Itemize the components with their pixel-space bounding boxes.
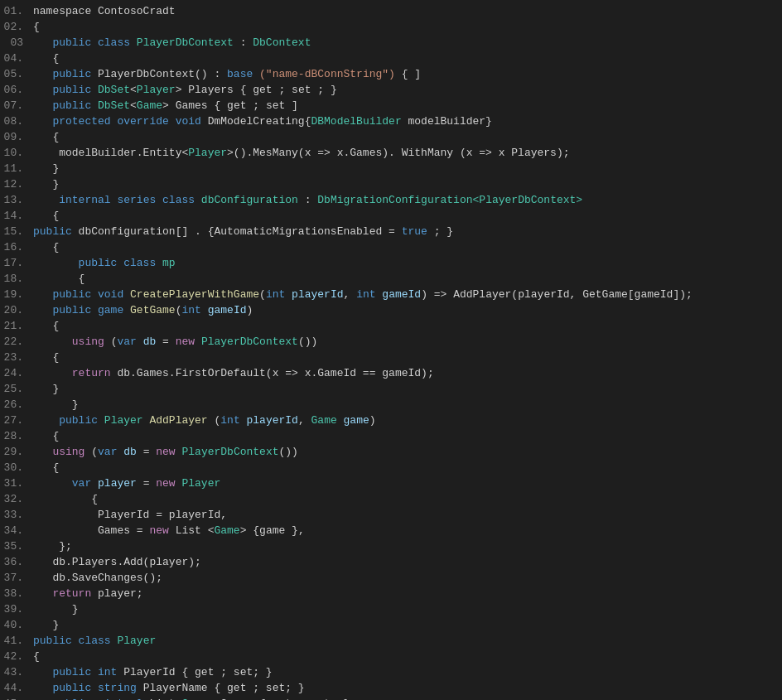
token-plain: { — [33, 493, 98, 505]
line-content: public game GetGame(int gameId) — [30, 302, 782, 318]
line-content: { — [30, 428, 782, 444]
token-kw: public class — [33, 635, 117, 647]
code-line: 17. public class mp — [0, 255, 782, 271]
line-content: public DbSet<Game> Games { get ; set ] — [30, 98, 782, 113]
line-content: public dbConfiguration[] . {AutomaticMig… — [30, 224, 782, 239]
token-plain: { — [33, 273, 84, 285]
token-plain: db.SaveChanges(); — [33, 572, 162, 584]
line-number: 23. — [0, 350, 30, 365]
code-line: 14. { — [0, 208, 782, 224]
line-number: 44. — [0, 680, 30, 696]
code-line: 25. } — [0, 381, 782, 397]
token-plain: >().MesMany(x => x.Games). WithMany (x =… — [227, 147, 569, 159]
line-number: 29. — [0, 444, 30, 460]
token-plain — [33, 414, 59, 427]
line-content: public string PlayerName { get ; set; } — [30, 680, 782, 696]
code-line: 08. protected override void DmModelCreat… — [0, 113, 782, 129]
token-plain: PlayerId = playerId, — [33, 509, 227, 521]
token-plain: } — [33, 178, 59, 191]
token-plain — [337, 414, 344, 427]
line-number: 21. — [0, 318, 30, 334]
code-line: 38. return player; — [0, 586, 782, 601]
token-kw: public class — [79, 257, 162, 269]
line-number: 12. — [0, 176, 30, 192]
code-line: 12. } — [0, 176, 782, 192]
line-content: } — [30, 161, 782, 176]
token-plain: Games = — [33, 524, 149, 537]
code-line: 43. public int PlayerId { get ; set; } — [0, 664, 782, 680]
token-plain: { — [33, 461, 59, 474]
token-kw: protected override void — [52, 115, 207, 128]
line-content: return player; — [30, 586, 782, 601]
code-line: 01.namespace ContosoCradt — [0, 3, 782, 19]
token-plain: ) — [246, 304, 253, 316]
line-number: 17. — [0, 255, 30, 271]
token-type: Game — [214, 524, 239, 537]
code-line: 39. } — [0, 601, 782, 617]
token-plain: { — [33, 320, 59, 332]
code-line: 42.{ — [0, 649, 782, 664]
token-kw2: new — [176, 336, 201, 348]
token-plain — [33, 477, 72, 490]
token-plain: { — [33, 131, 59, 143]
token-kw: int — [266, 288, 292, 301]
token-kw: public — [33, 225, 79, 238]
token-type: Player — [137, 84, 176, 96]
token-type: PlayerDbContext — [201, 336, 298, 348]
line-content: } — [30, 617, 782, 633]
line-content: public virtual List<Game> Games { get ; … — [30, 696, 782, 700]
token-plain: , — [298, 414, 311, 427]
token-plain — [33, 99, 52, 112]
token-param: player — [98, 477, 137, 490]
token-param: gameId — [382, 288, 421, 301]
token-plain: = — [137, 446, 156, 458]
token-plain: } — [33, 603, 79, 616]
token-plain: PlayerId { get ; set; } — [123, 666, 272, 678]
token-kw: public int — [52, 666, 123, 678]
token-kw: public class — [52, 36, 136, 49]
token-plain: > {game }, — [240, 524, 305, 537]
line-content: namespace ContosoCradt — [30, 3, 782, 19]
code-editor: 01.namespace ContosoCradt02.{03 public c… — [0, 0, 782, 700]
code-line: 33. PlayerId = playerId, — [0, 507, 782, 523]
line-number: 16. — [0, 239, 30, 255]
code-line: 27. public Player AddPlayer (int playerI… — [0, 413, 782, 428]
line-number: 40. — [0, 617, 30, 633]
line-content: }; — [30, 538, 782, 554]
token-type: Player — [104, 414, 143, 427]
line-number: 04. — [0, 51, 30, 66]
line-content: return db.Games.FirstOrDefault(x => x.Ga… — [30, 365, 782, 381]
line-content: db.Players.Add(player); — [30, 554, 782, 570]
code-line: 13. internal series class dbConfiguratio… — [0, 192, 782, 208]
token-plain — [33, 115, 52, 128]
token-plain: { — [33, 430, 59, 442]
line-content: public Player AddPlayer (int playerId, G… — [30, 413, 782, 428]
token-kw: public — [52, 68, 98, 80]
line-content: public class PlayerDbContext : DbContext — [30, 35, 782, 51]
token-kw: int — [181, 304, 207, 316]
line-number: 22. — [0, 334, 30, 350]
token-plain: ( — [259, 288, 266, 301]
token-plain: player; — [91, 587, 142, 600]
token-param: db — [143, 336, 157, 348]
line-content: public class mp — [30, 255, 782, 271]
token-plain — [33, 666, 52, 678]
line-number: 01. — [0, 3, 30, 19]
token-plain: db.Players.Add(player); — [33, 556, 201, 568]
token-type: DbSet — [98, 99, 130, 112]
code-line: 20. public game GetGame(int gameId) — [0, 302, 782, 318]
token-plain: } — [33, 383, 59, 395]
line-content: var player = new Player — [30, 476, 782, 491]
line-number: 02. — [0, 19, 30, 35]
line-number: 06. — [0, 82, 30, 98]
token-kw2: new — [149, 524, 175, 537]
line-number: 45. — [0, 696, 30, 700]
line-number: 37. — [0, 570, 30, 586]
line-number: 42. — [0, 649, 30, 664]
token-kw2: return — [72, 367, 118, 379]
code-line: 03 public class PlayerDbContext : DbCont… — [0, 35, 782, 51]
token-plain: db.Games.FirstOrDefault(x => x.GameId ==… — [117, 367, 433, 379]
token-plain: ()) — [279, 446, 298, 458]
token-kw: public — [52, 99, 98, 112]
token-plain — [33, 682, 52, 694]
